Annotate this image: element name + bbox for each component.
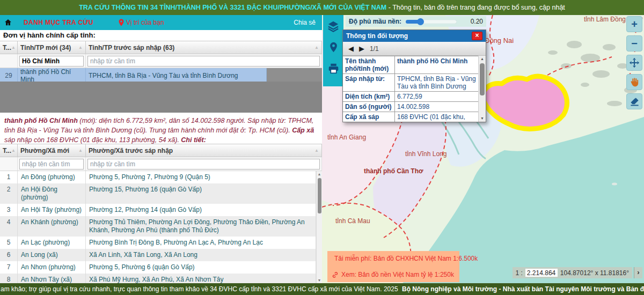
scale-expand-button[interactable]: ›: [634, 267, 642, 278]
table-row[interactable]: 5An Lạc (phường)Phường Bình Trị Đông B, …: [0, 237, 316, 249]
ward-table-scrollbar[interactable]: ▲ ▼: [316, 171, 322, 283]
print-button[interactable]: [326, 61, 340, 75]
column-header-old-ward[interactable]: Phường/Xã trước sáp nhập▲: [86, 144, 322, 157]
sort-icon: ▲: [314, 45, 319, 50]
ward-table-header: T...▲ Phường/Xã mới▲ Phường/Xã trước sáp…: [0, 144, 322, 157]
footer-note: am khảo; trợ giúp quí vị tra cứu nhanh, …: [1, 285, 398, 293]
province-table-header: T...▲ Tỉnh/TP mới (34)▲ Tỉnh/TP trước sá…: [0, 41, 322, 54]
locate-button[interactable]: [326, 40, 340, 54]
attr-label: Diện tích (km²): [343, 92, 395, 101]
map-panel[interactable]: tỉnh Lâm Đồng Đồng Nai tỉnh An Giang tỉn…: [322, 15, 644, 283]
scroll-down-icon[interactable]: ▼: [317, 277, 322, 283]
view-basemap-link[interactable]: Xem: Bản đồ nền Việt Nam tỷ lệ 1:250k: [332, 271, 455, 278]
popup-title-bar[interactable]: Thông tin đối tượng ×: [343, 30, 486, 42]
share-button[interactable]: Chia sẻ: [294, 19, 316, 26]
opacity-value: 0.20: [471, 18, 483, 25]
table-row[interactable]: 7An Nhơn (phường)Phường 5, Phường 6 (quậ…: [0, 261, 316, 274]
map-label-dong-nai: Đồng Nai: [485, 36, 514, 45]
row-new-ward: An Long (xã): [18, 249, 86, 261]
navbar: DANH MỤC TRA CỨU Vị trí của bạn Chia sẻ: [0, 15, 322, 30]
ward-old-filter-input[interactable]: [87, 159, 320, 169]
table-row[interactable]: 4An Khánh (phường)Phường Thủ Thiêm, Phườ…: [0, 216, 316, 237]
row-old-ward: Xã An Linh, Xã Tân Long, Xã An Long: [86, 249, 316, 261]
small-island: [612, 183, 617, 186]
scrollbar-thumb[interactable]: [480, 63, 485, 95]
map-label-can-tho: thành phố Cần Thơ: [364, 167, 423, 175]
scroll-up-icon[interactable]: ▲: [317, 171, 322, 177]
next-icon[interactable]: ▶: [359, 45, 364, 52]
table-row[interactable]: 3An Hội Tây (phường)Phường 12, Phường 14…: [0, 204, 316, 216]
row-new-ward: An Hội Đông (phường): [18, 183, 86, 204]
download-map-link[interactable]: Tải miễn phí: Bản đồ CHXHCN Việt Nam 1:6…: [332, 255, 455, 262]
feature-info-popup: Thông tin đối tượng × ◀ ▶ 1/1 Tên thành …: [342, 30, 486, 122]
scale-prefix: 1 :: [516, 269, 523, 277]
page-title: TRA CỨU THÔNG TIN 34 TỈNH/THÀNH PHỐ VÀ 3…: [79, 4, 386, 11]
table-row[interactable]: 8An Nhơn Tây (xã)Xã Phú Mỹ Hưng, Xã An P…: [0, 274, 316, 283]
attr-label: Cấp xã sáp nhập còn:: [343, 112, 395, 122]
sort-icon: ▲: [314, 148, 319, 153]
attr-value: 168 ĐVHC (01 đặc khu, 113 phường, 54 xã): [395, 112, 479, 122]
map-label-vinh-long: tỉnh Vĩnh Long: [405, 150, 447, 158]
table-row-selected[interactable]: 29 thành phố Hồ Chí Minh TPHCM, tỉnh Bà …: [0, 68, 267, 82]
prev-icon[interactable]: ◀: [348, 45, 354, 52]
plus-icon: +: [631, 19, 638, 30]
province-new-filter-input[interactable]: [19, 56, 84, 67]
table-row[interactable]: 1An Đông (phường)Phường 5, Phường 7, Phư…: [0, 171, 316, 183]
scale-input[interactable]: [525, 269, 558, 277]
pan-button[interactable]: [626, 55, 642, 71]
row-old-ward: Phường Thủ Thiêm, Phường An Lợi Đông, Ph…: [86, 216, 316, 237]
ward-new-filter-input[interactable]: [19, 159, 84, 169]
nav-your-location[interactable]: Vị trí của bạn: [118, 19, 164, 26]
pan-icon: [629, 57, 640, 68]
attr-value: thành phố Hồ Chí Minh: [395, 56, 479, 73]
row-index: 29: [0, 68, 18, 83]
popup-scrollbar[interactable]: ▲ ▼: [478, 56, 486, 122]
pan-hand-button[interactable]: [626, 74, 642, 90]
home-icon: [4, 18, 12, 27]
location-pin-icon: [118, 19, 125, 26]
table-row[interactable]: 2An Hội Đông (phường)Phường 15, Phường 1…: [0, 183, 316, 204]
home-button[interactable]: [0, 15, 16, 30]
map-controls: + −: [626, 16, 642, 109]
column-header-index[interactable]: T...▲: [0, 144, 18, 157]
printer-icon: [328, 63, 339, 74]
attr-label: Dân số (người): [343, 102, 395, 112]
scroll-up-icon[interactable]: ▲: [479, 56, 486, 62]
table-row[interactable]: 6An Long (xã)Xã An Linh, Xã Tân Long, Xã…: [0, 249, 316, 261]
row-old-province: TPHCM, tỉnh Bà Rịa - Vũng Tàu và tỉnh Bì…: [86, 68, 267, 83]
map-tool-strip: [323, 15, 343, 86]
attr-label: Tên thành phố/tỉnh (mới): [343, 56, 395, 73]
chevron-right-icon: ›: [637, 268, 639, 276]
sort-icon: ▲: [78, 45, 83, 50]
nav-menu-catalog[interactable]: DANH MỤC TRA CỨU: [24, 19, 93, 26]
empty-grid-area: [0, 82, 322, 113]
province-old-filter-input[interactable]: [87, 56, 320, 67]
popup-title: Thông tin đối tượng: [346, 32, 408, 40]
close-icon[interactable]: ×: [472, 32, 482, 40]
zoom-in-button[interactable]: +: [626, 16, 642, 32]
map-label-lam-dong: tỉnh Lâm Đồng: [584, 16, 626, 23]
footer-status-bar: am khảo; trợ giúp quí vị tra cứu nhanh, …: [0, 283, 644, 295]
slider-thumb[interactable]: [417, 18, 424, 25]
attr-value: TPHCM, tỉnh Bà Rịa - Vũng Tàu và tỉnh Bì…: [395, 74, 479, 91]
column-header-old-province[interactable]: Tỉnh/TP trước sáp nhập (63)▲: [86, 41, 322, 54]
erase-button[interactable]: [626, 93, 642, 109]
nav-location-label: Vị trí của bạn: [126, 19, 164, 26]
sort-icon: ▲: [78, 148, 83, 153]
opacity-slider[interactable]: [406, 20, 457, 24]
layers-button[interactable]: [326, 19, 340, 33]
column-header-new-province[interactable]: Tỉnh/TP mới (34)▲: [18, 41, 86, 54]
scroll-down-icon[interactable]: ▼: [479, 115, 486, 122]
attr-value: 6.772,59: [395, 92, 479, 101]
row-new-ward: An Lạc (phường): [18, 237, 86, 249]
row-index: 7: [0, 261, 18, 274]
row-old-ward: Xã Phú Mỹ Hưng, Xã An Phú, Xã An Nhơn Tâ…: [86, 274, 316, 283]
download-links-box: Tải miễn phí: Bản đồ CHXHCN Việt Nam 1:6…: [327, 251, 459, 282]
row-index: 1: [0, 171, 18, 183]
province-section-heading: Đơn vị hành chính cấp tỉnh:: [0, 30, 322, 41]
scrollbar-thumb[interactable]: [318, 178, 321, 213]
column-header-new-ward[interactable]: Phường/Xã mới▲: [18, 144, 86, 157]
zoom-out-button[interactable]: −: [626, 35, 642, 51]
column-header-index[interactable]: T...▲: [0, 41, 18, 54]
left-panel: DANH MỤC TRA CỨU Vị trí của bạn Chia sẻ …: [0, 15, 322, 283]
